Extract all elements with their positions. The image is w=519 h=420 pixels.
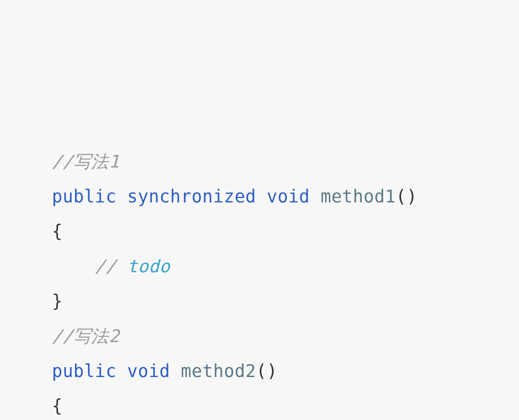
code-token — [310, 186, 321, 207]
code-token: method2 — [181, 361, 256, 381]
code-line: //写法2 — [52, 319, 519, 354]
code-token: () — [396, 186, 418, 207]
code-token: //写法1 — [52, 151, 119, 172]
code-token — [256, 186, 267, 207]
code-token: public — [52, 361, 117, 381]
code-token: { — [52, 396, 63, 416]
code-token — [117, 361, 127, 381]
code-line: public synchronized void method1() — [52, 179, 519, 214]
code-token — [117, 186, 127, 207]
code-token: void — [267, 186, 310, 207]
code-line: public void method2() — [52, 354, 519, 389]
code-token: () — [256, 361, 278, 381]
code-token: synchronized — [127, 186, 256, 207]
code-token: todo — [127, 256, 170, 277]
code-block: //写法1public synchronized void method1(){… — [52, 144, 519, 420]
code-line: // todo — [52, 249, 519, 284]
code-token: // — [95, 256, 127, 277]
code-line: } — [52, 284, 519, 319]
code-token: } — [52, 291, 63, 311]
code-line: //写法1 — [52, 144, 519, 179]
code-token: //写法2 — [52, 326, 119, 346]
code-line: { — [52, 389, 519, 420]
code-token — [170, 361, 181, 381]
code-token: void — [127, 361, 170, 381]
code-token: { — [52, 221, 63, 242]
indent — [52, 256, 95, 277]
code-token: method1 — [320, 186, 395, 207]
code-line: { — [52, 214, 519, 249]
code-token: public — [52, 186, 117, 207]
